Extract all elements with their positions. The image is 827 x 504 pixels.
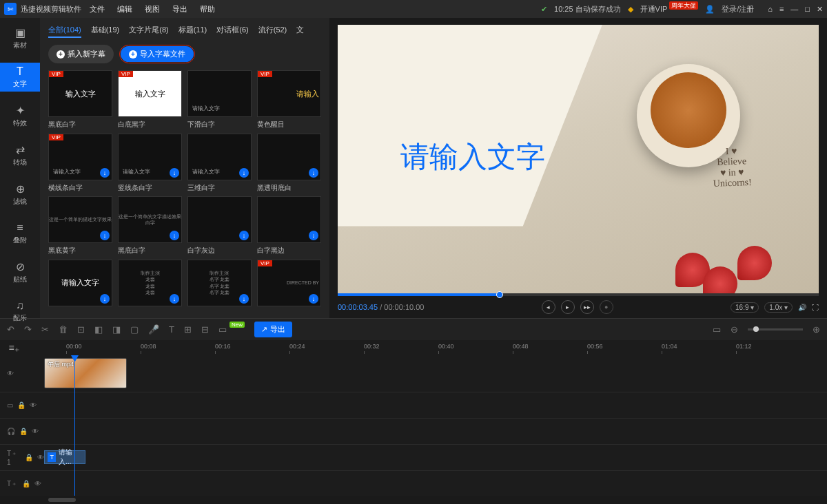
text-preset[interactable]: ↓白字灰边: [187, 196, 252, 257]
text-preset[interactable]: 制作主演龙套龙套龙套↓: [118, 260, 182, 311]
tool-icon[interactable]: ⊞: [184, 324, 192, 335]
menu-item[interactable]: 帮助: [200, 4, 215, 14]
text-preset[interactable]: ↓黑透明底白: [257, 134, 321, 194]
zoom-in-icon[interactable]: ⊕: [813, 324, 820, 335]
tool-icon[interactable]: ⊟: [201, 324, 209, 335]
visibility-icon[interactable]: 👁: [32, 428, 39, 435]
text-preset[interactable]: 请输入文字↓竖线条白字: [118, 134, 182, 194]
lock-icon[interactable]: 🔒: [25, 454, 33, 461]
tool-icon[interactable]: ▭: [218, 324, 227, 335]
download-icon[interactable]: ↓: [170, 168, 179, 178]
download-icon[interactable]: ↓: [239, 168, 249, 178]
visibility-icon[interactable]: 👁: [34, 480, 41, 487]
undo-icon[interactable]: ↶: [7, 324, 14, 335]
text-preset[interactable]: 请输入文字下滑白字: [187, 70, 252, 131]
login-link[interactable]: 登录/注册: [722, 4, 754, 14]
category-tab[interactable]: 标题(11): [178, 25, 207, 38]
text-preset[interactable]: VIPDIRECTED BY↓: [257, 260, 321, 311]
text-tool-icon[interactable]: T: [169, 324, 174, 335]
delete-icon[interactable]: 🗑: [59, 324, 68, 335]
minimize-icon[interactable]: —: [790, 5, 798, 14]
preview-text-overlay[interactable]: 请输入文字: [400, 138, 545, 176]
import-subtitle-button[interactable]: + 导入字幕文件: [121, 46, 194, 62]
visibility-icon[interactable]: 👁: [30, 401, 37, 409]
text-clip[interactable]: T 请输入...: [44, 450, 85, 464]
prev-frame-button[interactable]: ◂: [542, 300, 555, 314]
redo-icon[interactable]: ↷: [24, 324, 32, 335]
category-tab[interactable]: 全部(104): [48, 25, 81, 38]
download-icon[interactable]: ↓: [170, 231, 179, 240]
home-icon[interactable]: ⌂: [768, 5, 773, 14]
sidebar-item-贴纸[interactable]: ⊘贴纸: [0, 258, 40, 287]
download-icon[interactable]: ↓: [170, 294, 179, 304]
text-preset[interactable]: VIP输入文字白底黑字: [118, 70, 182, 131]
visibility-icon[interactable]: 👁: [7, 370, 14, 377]
open-vip-link[interactable]: 开通VIP: [640, 5, 668, 13]
text-preset[interactable]: ↓白字黑边: [257, 196, 321, 257]
next-frame-button[interactable]: ▸▸: [580, 300, 594, 314]
download-icon[interactable]: ↓: [309, 294, 318, 304]
text-preset[interactable]: VIP请输入文字↓横线条白字: [48, 134, 112, 194]
sidebar-item-叠附[interactable]: ≡叠附: [0, 219, 40, 248]
fit-icon[interactable]: ▭: [713, 324, 721, 335]
text-track[interactable]: T﹢1🔒👁 T 请输入...: [0, 445, 827, 471]
category-tab[interactable]: 流行(52): [258, 25, 287, 38]
aspect-ratio-selector[interactable]: 16:9 ▾: [731, 302, 759, 313]
empty-track[interactable]: ▭🔒👁: [0, 392, 827, 419]
text-preset[interactable]: 请输入文字↓: [48, 260, 112, 311]
text-preset[interactable]: 这是一个简单的描述文字效果↓黑底黄字: [48, 196, 112, 257]
record-button[interactable]: ●: [600, 300, 613, 314]
export-button[interactable]: ↗ 导出: [254, 322, 292, 337]
play-button[interactable]: ▸: [561, 300, 575, 314]
category-tab[interactable]: 基础(19): [91, 25, 120, 38]
visibility-icon[interactable]: 👁: [37, 454, 44, 461]
speed-selector[interactable]: 1.0x ▾: [764, 302, 793, 313]
download-icon[interactable]: ↓: [100, 231, 110, 240]
download-icon[interactable]: ↓: [309, 168, 318, 178]
tool-icon[interactable]: ◧: [94, 324, 103, 335]
time-ruler[interactable]: 00:0000:0800:1600:2400:3200:4000:4800:56…: [66, 340, 827, 355]
fullscreen-icon[interactable]: ⛶: [812, 304, 819, 311]
tool-icon[interactable]: ▢: [130, 324, 139, 335]
preview-viewport[interactable]: I ♥Believe♥ in ♥Unicorns! 请输入文字: [338, 25, 819, 293]
text-preset[interactable]: VIP请输入黄色醒目: [257, 70, 321, 131]
category-tab[interactable]: 对话框(6): [216, 25, 248, 38]
category-tab[interactable]: 文字片尾(8): [129, 25, 168, 38]
maximize-icon[interactable]: □: [805, 5, 810, 14]
add-track-button[interactable]: ≡₊: [6, 340, 22, 355]
download-icon[interactable]: ↓: [239, 231, 249, 240]
menu-item[interactable]: 导出: [172, 4, 187, 14]
menu-item[interactable]: 文件: [90, 4, 105, 14]
text-track-2[interactable]: T﹢🔒👁: [0, 471, 827, 496]
download-icon[interactable]: ↓: [239, 294, 249, 304]
mic-icon[interactable]: 🎤: [148, 324, 159, 335]
download-icon[interactable]: ↓: [100, 168, 110, 178]
download-icon[interactable]: ↓: [309, 231, 318, 240]
menu-item[interactable]: 编辑: [117, 4, 132, 14]
category-tab[interactable]: 文: [296, 25, 304, 38]
close-icon[interactable]: ✕: [817, 5, 823, 14]
menu-icon[interactable]: ≡: [779, 5, 784, 14]
audio-track[interactable]: 🎧🔒👁: [0, 419, 827, 445]
tool-icon[interactable]: ◨: [112, 324, 121, 335]
menu-item[interactable]: 视图: [145, 4, 160, 14]
lock-icon[interactable]: 🔒: [22, 480, 30, 487]
text-preset[interactable]: 请输入文字↓三维白字: [187, 134, 252, 194]
sidebar-item-特效[interactable]: ✦特效: [0, 101, 40, 131]
volume-icon[interactable]: 🔊: [798, 304, 806, 311]
insert-subtitle-button[interactable]: + 插入新字幕: [48, 45, 114, 63]
sidebar-item-转场[interactable]: ⇄转场: [0, 140, 40, 170]
video-clip[interactable]: 午后.mp4: [44, 358, 127, 388]
text-preset[interactable]: 制作主演名字 龙套名字 龙套名字 龙套↓: [187, 260, 252, 311]
split-icon[interactable]: ✂: [41, 324, 49, 335]
text-preset[interactable]: 这是一个简单的文字描述效果白字↓黑底白字: [118, 196, 182, 257]
zoom-out-icon[interactable]: ⊖: [731, 324, 738, 335]
lock-icon[interactable]: 🔒: [19, 428, 28, 435]
sidebar-item-文字[interactable]: T文字: [0, 63, 40, 92]
preview-progress[interactable]: [338, 293, 819, 296]
zoom-slider[interactable]: [748, 328, 803, 330]
sidebar-item-配乐[interactable]: ♫配乐: [0, 297, 40, 326]
crop-icon[interactable]: ⊡: [77, 324, 85, 335]
sidebar-item-素材[interactable]: ▣素材: [0, 23, 40, 53]
download-icon[interactable]: ↓: [100, 294, 110, 304]
